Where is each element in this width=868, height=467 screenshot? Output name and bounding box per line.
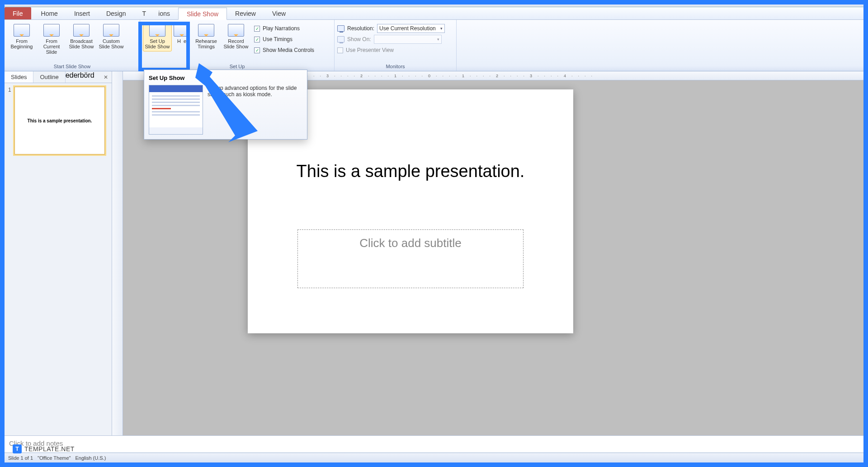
status-bar: Slide 1 of 1 "Office Theme" English (U.S… xyxy=(5,453,863,462)
custom-slideshow-icon xyxy=(103,24,119,37)
show-media-label: Show Media Controls xyxy=(263,47,314,53)
monitor-icon xyxy=(337,36,344,42)
tab-home[interactable]: Home xyxy=(33,7,66,19)
show-on-label: Show On: xyxy=(347,36,371,42)
setup-icon xyxy=(149,24,165,37)
chevron-down-icon: ▾ xyxy=(440,26,443,31)
resolution-value: Use Current Resolution xyxy=(379,25,436,32)
thumb-row: 1 This is a sample presentation. xyxy=(8,87,108,154)
projector-icon xyxy=(43,24,60,37)
record-slideshow-button[interactable]: Record Slide Show xyxy=(222,22,250,51)
resolution-label: Resolution: xyxy=(347,25,374,32)
record-icon xyxy=(228,24,244,37)
tab-view[interactable]: View xyxy=(264,7,294,19)
thumbnail-area: 1 This is a sample presentation. xyxy=(5,83,112,435)
side-tab-slides[interactable]: Slides xyxy=(5,71,33,83)
presenter-view-checkbox[interactable]: ✓ Use Presenter View xyxy=(337,45,394,55)
screentip-description: Set up advanced options for the slide sh… xyxy=(208,85,302,135)
rehearse-label: Rehearse Timings xyxy=(193,38,219,49)
group-label-setup: Set Up xyxy=(143,63,331,70)
resolution-combo[interactable]: Use Current Resolution ▾ xyxy=(377,24,445,33)
screentip-thumbnail xyxy=(149,85,203,135)
chevron-down-icon: ▾ xyxy=(437,37,439,42)
slide-title[interactable]: This is a sample presentation. xyxy=(275,162,546,181)
custom-slideshow-label: Custom Slide Show xyxy=(98,38,124,49)
status-theme: "Office Theme" xyxy=(38,455,71,461)
tab-slideshow[interactable]: Slide Show xyxy=(178,8,227,20)
screentip-title: Set Up Show xyxy=(149,75,302,81)
tab-transitions-suffix: ions xyxy=(158,10,170,17)
thumb-number: 1 xyxy=(8,87,13,154)
show-on-combo[interactable]: ▾ xyxy=(374,35,442,44)
watermark-text: TEMPLATE.NET xyxy=(24,445,75,453)
side-tabs: Slides Outlineederbörd ✕ xyxy=(5,71,112,83)
slides-pane: Slides Outlineederbörd ✕ 1 This is a sam… xyxy=(5,71,112,435)
tab-file[interactable]: File xyxy=(5,7,31,19)
ribbon-group-monitors: Resolution: Use Current Resolution ▾ Sho… xyxy=(335,20,457,71)
check-icon: ✓ xyxy=(254,37,260,42)
clock-icon xyxy=(198,24,214,37)
projector-icon xyxy=(14,24,30,37)
tab-review[interactable]: Review xyxy=(227,7,264,19)
close-pane-button[interactable]: ✕ xyxy=(100,71,112,83)
tab-insert[interactable]: Insert xyxy=(66,7,98,19)
tab-transitions[interactable]: T ions xyxy=(134,7,178,19)
watermark-name: TEMPLATE xyxy=(24,445,59,453)
group-label-monitors: Monitors xyxy=(337,63,453,70)
status-language: English (U.S.) xyxy=(75,455,106,461)
from-beginning-button[interactable]: From Beginning xyxy=(7,22,36,51)
screentip: Set Up Show Set up advanced options for … xyxy=(144,70,307,140)
play-narrations-checkbox[interactable]: ✓ Play Narrations xyxy=(254,23,314,33)
ribbon-tabs: File Home Insert Design T ions Slide Sho… xyxy=(5,7,863,20)
ribbon-group-setup: Set Up Slide Show H e Rehearse Timings R… xyxy=(140,20,335,71)
vertical-ruler xyxy=(112,71,123,435)
setup-slideshow-label: Set Up Slide Show xyxy=(144,38,170,49)
broadcast-icon xyxy=(73,24,90,37)
setup-slideshow-button[interactable]: Set Up Slide Show xyxy=(143,22,172,51)
check-icon: ✓ xyxy=(337,47,343,53)
play-narrations-label: Play Narrations xyxy=(263,25,300,32)
ribbon: From Beginning From Current Slide Broadc… xyxy=(5,20,863,71)
workspace: Slides Outlineederbörd ✕ 1 This is a sam… xyxy=(5,71,863,435)
slide-subtitle-placeholder[interactable]: Click to add subtitle xyxy=(297,229,524,288)
rehearse-timings-button[interactable]: Rehearse Timings xyxy=(192,22,221,51)
broadcast-label: Broadcast Slide Show xyxy=(68,38,94,49)
notes-pane[interactable]: Click to add notes xyxy=(5,435,863,453)
check-icon: ✓ xyxy=(254,26,260,32)
ribbon-group-start: From Beginning From Current Slide Broadc… xyxy=(5,20,140,71)
status-slide-of: Slide 1 of 1 xyxy=(8,455,33,461)
custom-slideshow-button[interactable]: Custom Slide Show xyxy=(97,22,126,51)
group-label-start: Start Slide Show xyxy=(7,63,137,70)
resolution-row: Resolution: Use Current Resolution ▾ xyxy=(337,23,445,33)
tab-design[interactable]: Design xyxy=(98,7,134,19)
watermark-suffix: .NET xyxy=(59,445,75,453)
broadcast-button[interactable]: Broadcast Slide Show xyxy=(67,22,96,51)
from-current-label: From Current Slide xyxy=(38,38,65,55)
side-tab-outline[interactable]: Outline xyxy=(33,71,65,83)
tab-transitions-prefix: T xyxy=(142,10,146,17)
hide-slide-icon xyxy=(174,24,190,37)
hide-slide-button[interactable]: H e xyxy=(173,22,191,46)
presenter-view-label: Use Presenter View xyxy=(346,47,394,53)
check-icon: ✓ xyxy=(254,47,260,53)
use-timings-label: Use Timings xyxy=(263,36,292,42)
from-beginning-label: From Beginning xyxy=(9,38,35,49)
watermark-badge-icon: T xyxy=(13,444,22,453)
record-label: Record Slide Show xyxy=(223,38,249,49)
watermark: T TEMPLATE.NET xyxy=(13,444,75,453)
monitor-icon xyxy=(337,25,344,32)
from-current-button[interactable]: From Current Slide xyxy=(37,22,66,57)
show-media-checkbox[interactable]: ✓ Show Media Controls xyxy=(254,45,314,55)
hide-slide-label: H e xyxy=(177,38,186,44)
use-timings-checkbox[interactable]: ✓ Use Timings xyxy=(254,34,314,44)
show-on-row: Show On: ▾ xyxy=(337,34,442,44)
slide-thumbnail[interactable]: This is a sample presentation. xyxy=(14,87,105,154)
